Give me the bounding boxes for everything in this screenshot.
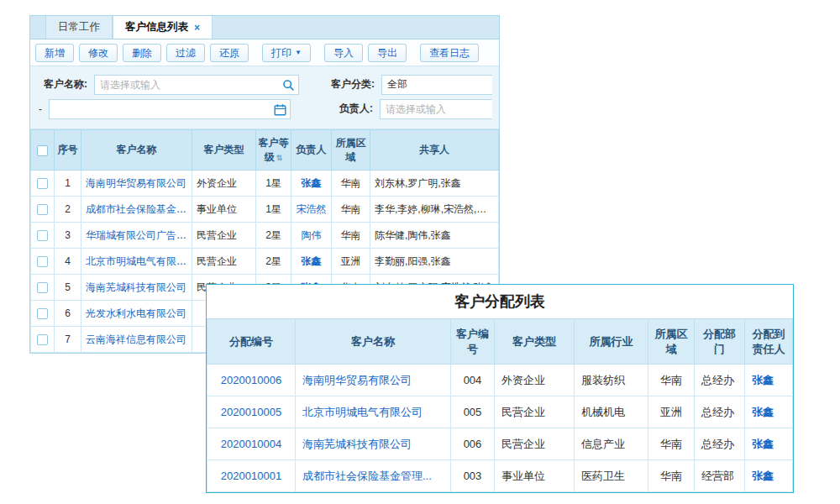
owner-input[interactable] xyxy=(381,100,492,118)
table-row: 2 成都市社会保险基金管理... 事业单位 1星 宋浩然 华南 李华,李婷,柳琳… xyxy=(31,197,499,223)
cell-cust-no: 004 xyxy=(451,365,495,396)
chevron-down-icon: ▼ xyxy=(295,45,302,61)
customer-name-link[interactable]: 海南芜城科技有限公司 xyxy=(86,281,186,293)
cell-industry: 机械机电 xyxy=(575,396,648,428)
row-checkbox[interactable] xyxy=(37,204,48,215)
customer-name-link[interactable]: 海南明华贸易有限公司 xyxy=(302,374,412,386)
cell-type: 外资企业 xyxy=(495,365,575,396)
customer-name-link[interactable]: 成都市社会保险基金管理... xyxy=(302,470,432,482)
cell-industry: 医药卫生 xyxy=(575,460,648,492)
header-industry: 所属行业 xyxy=(575,319,648,365)
cell-type: 民营企业 xyxy=(192,223,256,249)
table-row: 2020010001 成都市社会保险基金管理... 003 事业单位 医药卫生 … xyxy=(207,460,793,492)
owner-link[interactable]: 张鑫 xyxy=(302,255,322,267)
new-button[interactable]: 新增 xyxy=(35,44,74,62)
cell-region: 华南 xyxy=(332,223,370,249)
customer-name-link[interactable]: 海南明华贸易有限公司 xyxy=(86,177,186,189)
customer-name-link[interactable]: 成都市社会保险基金管理... xyxy=(86,203,192,215)
cell-no: 7 xyxy=(55,327,81,353)
row-checkbox[interactable] xyxy=(37,282,48,293)
customer-name-link[interactable]: 云南海祥信息有限公司 xyxy=(86,333,186,345)
header-name: 客户名称 xyxy=(81,130,192,171)
cell-type: 外资企业 xyxy=(192,171,256,197)
tab-bar: 日常工作 客户信息列表 × xyxy=(30,16,499,39)
delete-button[interactable]: 删除 xyxy=(123,44,161,62)
tab-close-icon[interactable]: × xyxy=(194,23,200,33)
table-row: 1 海南明华贸易有限公司 外资企业 1星 张鑫 华南 刘东林,罗广明,张鑫 xyxy=(31,171,499,197)
assignee-link[interactable]: 张鑫 xyxy=(752,374,774,386)
cell-no: 4 xyxy=(55,249,81,275)
calendar-icon[interactable] xyxy=(274,103,286,119)
cell-level: 1星 xyxy=(256,197,291,223)
cell-region: 亚洲 xyxy=(648,396,695,428)
date-input-wrap xyxy=(49,99,291,119)
header-customer-type: 客户类型 xyxy=(495,319,575,365)
owner-link[interactable]: 张鑫 xyxy=(302,177,322,189)
customer-category-input[interactable] xyxy=(382,76,492,94)
row-checkbox[interactable] xyxy=(37,230,48,241)
print-button[interactable]: 打印 ▼ xyxy=(262,44,311,62)
alloc-no-link[interactable]: 2020010004 xyxy=(221,438,281,450)
export-button[interactable]: 导出 xyxy=(368,44,407,62)
table-row: 2020010006 海南明华贸易有限公司 004 外资企业 服装纺织 华南 总… xyxy=(207,365,793,396)
tab-customer-info-list[interactable]: 客户信息列表 × xyxy=(113,16,213,39)
cell-industry: 服装纺织 xyxy=(575,365,648,396)
customer-allocation-panel: 客户分配列表 分配编号 客户名称 客户编号 客户类型 所属行业 所属区域 分配部… xyxy=(206,284,794,493)
header-type: 客户类型 xyxy=(192,130,256,171)
import-button[interactable]: 导入 xyxy=(324,44,363,62)
customer-name-link[interactable]: 光发水利水电有限公司 xyxy=(86,307,186,319)
assignee-link[interactable]: 张鑫 xyxy=(752,438,774,450)
row-checkbox[interactable] xyxy=(37,334,48,345)
filter-area: 客户名称: 客户分类: - xyxy=(30,66,499,129)
cell-shared: 刘东林,罗广明,张鑫 xyxy=(370,171,499,197)
cell-dept: 总经办 xyxy=(695,428,745,460)
view-log-button[interactable]: 查看日志 xyxy=(420,44,479,62)
owner-link[interactable]: 宋浩然 xyxy=(297,203,327,215)
assignee-link[interactable]: 张鑫 xyxy=(752,470,774,482)
alloc-no-link[interactable]: 2020010005 xyxy=(221,406,281,418)
cell-cust-no: 006 xyxy=(451,428,495,460)
date-input[interactable] xyxy=(50,100,290,118)
owner-label: 负责人: xyxy=(339,102,373,116)
customer-name-link[interactable]: 北京市明城电气有限公司 xyxy=(86,255,192,267)
customer-name-input[interactable] xyxy=(95,76,298,94)
assignee-link[interactable]: 张鑫 xyxy=(752,406,774,418)
customer-name-link[interactable]: 北京市明城电气有限公司 xyxy=(302,406,423,418)
select-all-checkbox[interactable] xyxy=(37,145,48,156)
tab-daily-work-label: 日常工作 xyxy=(58,20,100,34)
cell-type: 事业单位 xyxy=(192,197,256,223)
alloc-no-link[interactable]: 2020010001 xyxy=(221,470,281,482)
sort-icon[interactable]: ⇅ xyxy=(276,154,283,162)
cell-region: 华南 xyxy=(332,197,370,223)
cell-region: 亚洲 xyxy=(332,249,370,275)
owner-link[interactable]: 陶伟 xyxy=(302,229,322,241)
allocation-table-header-row: 分配编号 客户名称 客户编号 客户类型 所属行业 所属区域 分配部门 分配到责任… xyxy=(207,319,793,365)
header-shared: 共享人 xyxy=(370,130,499,171)
header-owner: 负责人 xyxy=(291,130,332,171)
table-row: 2020010004 海南芜城科技有限公司 006 民营企业 信息产业 华南 总… xyxy=(207,428,793,460)
row-checkbox[interactable] xyxy=(37,178,48,189)
owner-input-wrap xyxy=(380,99,492,119)
header-region: 所属区域 xyxy=(332,130,370,171)
filter-button[interactable]: 过滤 xyxy=(166,44,205,62)
cell-type: 民营企业 xyxy=(192,249,256,275)
allocation-table: 分配编号 客户名称 客户编号 客户类型 所属行业 所属区域 分配部门 分配到责任… xyxy=(207,318,793,492)
header-assignee: 分配到责任人 xyxy=(745,319,793,365)
cell-type: 事业单位 xyxy=(495,460,575,492)
cell-level: 1星 xyxy=(256,171,291,197)
edit-button[interactable]: 修改 xyxy=(79,44,118,62)
header-region: 所属区域 xyxy=(648,319,695,365)
row-checkbox[interactable] xyxy=(37,308,48,319)
customer-name-link[interactable]: 海南芜城科技有限公司 xyxy=(302,438,412,450)
search-icon[interactable] xyxy=(282,79,295,95)
tab-daily-work[interactable]: 日常工作 xyxy=(45,16,113,39)
customer-name-input-wrap xyxy=(94,75,299,95)
alloc-no-link[interactable]: 2020010006 xyxy=(221,374,281,386)
customer-name-link[interactable]: 华瑞城有限公司广告设计部 xyxy=(86,229,192,241)
row-checkbox[interactable] xyxy=(37,256,48,267)
cell-region: 华南 xyxy=(648,428,695,460)
cell-no: 1 xyxy=(55,171,81,197)
cell-cust-no: 003 xyxy=(451,460,495,492)
customer-category-label: 客户分类: xyxy=(331,77,375,92)
restore-button[interactable]: 还原 xyxy=(210,44,249,62)
